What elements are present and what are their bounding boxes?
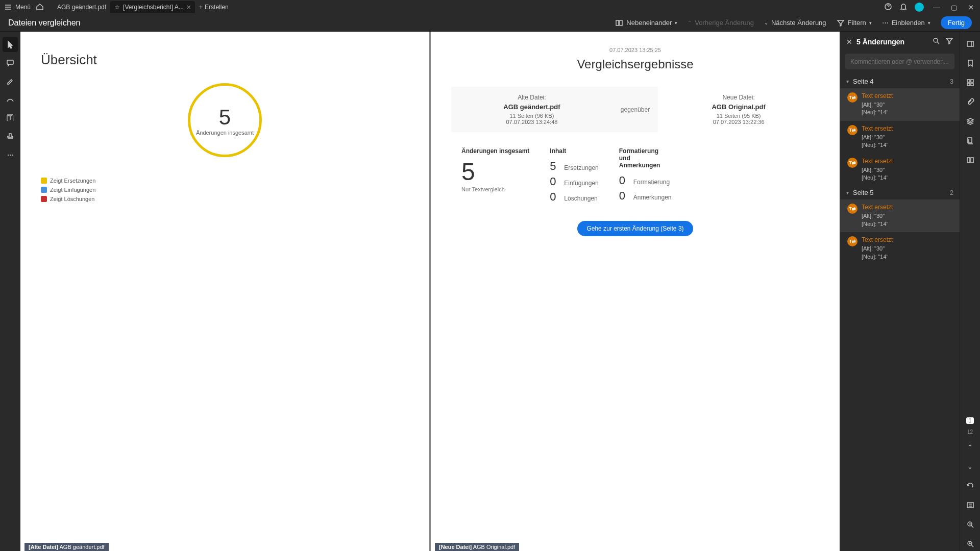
change-item[interactable]: T⇄ Text ersetzt [Alt]: "30" [Neu]: "14" <box>840 232 960 265</box>
replace-badge-icon: T⇄ <box>847 236 857 246</box>
left-toolbar: ⋯ <box>0 32 20 551</box>
new-document-pane[interactable]: 07.07.2023 13:25:25 Vergleichsergebnisse… <box>430 32 840 551</box>
stat-total: Änderungen insgesamt 5 Nur Textvergleich <box>461 147 529 206</box>
side-by-side-button[interactable]: Nebeneinander ▾ <box>615 19 677 27</box>
next-change-button[interactable]: ⌄ Nächste Änderung <box>764 19 826 27</box>
comment-input[interactable] <box>850 58 949 65</box>
home-button[interactable] <box>36 3 44 12</box>
done-button[interactable]: Fertig <box>941 16 972 29</box>
tab-document-2[interactable]: ☆ [Vergleichsbericht] A... × <box>110 1 195 13</box>
swatch-blue <box>41 187 47 193</box>
legend-insert: Zeigt Einfügungen <box>41 187 414 193</box>
prev-change-button[interactable]: ⌃ Vorherige Änderung <box>688 19 754 27</box>
tab-document-1[interactable]: AGB geändert.pdf <box>53 2 110 13</box>
panel-toggle-button[interactable] <box>963 37 977 51</box>
close-button[interactable]: ✕ <box>966 4 976 11</box>
help-button[interactable] <box>884 3 892 12</box>
svg-rect-7 <box>967 80 970 82</box>
search-button[interactable] <box>932 37 940 46</box>
zoom-in-icon <box>966 540 974 548</box>
pages-button[interactable] <box>963 134 977 148</box>
old-file-label: [Alte Datei] AGB geändert.pdf <box>24 543 109 551</box>
fit-icon <box>966 501 974 509</box>
chevron-up-icon: ⌃ <box>967 443 973 451</box>
page-down-button[interactable]: ⌄ <box>963 459 977 473</box>
minimize-button[interactable]: — <box>931 4 942 11</box>
star-icon: ☆ <box>114 4 120 11</box>
svg-rect-9 <box>967 83 970 86</box>
maximize-button[interactable]: ▢ <box>949 4 959 11</box>
tab-close-button[interactable]: × <box>187 3 191 11</box>
more-icon: ⋯ <box>7 151 14 159</box>
chevron-down-icon: ▾ <box>928 20 930 26</box>
change-item[interactable]: T⇄ Text ersetzt [Alt]: "30" [Neu]: "14" <box>840 199 960 232</box>
more-icon: ⋯ <box>882 19 889 27</box>
attachment-button[interactable] <box>963 95 977 109</box>
highlight-tool[interactable] <box>3 73 18 89</box>
select-tool[interactable] <box>3 37 18 52</box>
zoom-in-button[interactable] <box>963 537 977 551</box>
bookmark-icon <box>966 59 974 67</box>
menu-button[interactable]: Menü <box>4 3 31 11</box>
paperclip-icon <box>966 98 974 106</box>
more-tools[interactable]: ⋯ <box>3 147 18 162</box>
stamp-tool[interactable] <box>3 129 18 144</box>
section-page-4[interactable]: ▾ Seite 4 3 <box>840 74 960 88</box>
total-pages: 12 <box>967 429 973 435</box>
filter-button[interactable]: Filtern ▾ <box>837 19 872 27</box>
changes-panel: ✕ 5 Änderungen ▾ Seite 4 3 T⇄ Text erset… <box>840 32 960 551</box>
panel-close-button[interactable]: ✕ <box>846 38 852 46</box>
chevron-up-icon: ⌃ <box>688 20 692 26</box>
svg-rect-13 <box>971 158 973 163</box>
svg-rect-11 <box>968 138 972 143</box>
old-document-pane[interactable]: Übersicht 5 Änderungen insgesamt Zeigt E… <box>20 32 430 551</box>
tab-label: AGB geändert.pdf <box>57 4 106 11</box>
change-item[interactable]: T⇄ Text ersetzt [Alt]: "30" [Neu]: "14" <box>840 88 960 121</box>
replace-badge-icon: T⇄ <box>847 158 857 168</box>
changes-circle: 5 Änderungen insgesamt <box>188 83 262 157</box>
chevron-down-icon: ▾ <box>869 20 872 26</box>
fit-button[interactable] <box>963 498 977 512</box>
create-label: Erstellen <box>205 4 229 11</box>
bookmark-button[interactable] <box>963 56 977 70</box>
right-toolbar: 1 12 ⌃ ⌄ <box>960 32 980 551</box>
goto-first-change-button[interactable]: Gehe zur ersten Änderung (Seite 3) <box>577 221 693 236</box>
svg-rect-3 <box>7 60 13 64</box>
layers-button[interactable] <box>963 114 977 129</box>
results-timestamp: 07.07.2023 13:25:25 <box>451 47 819 53</box>
new-file-box: Neue Datei: AGB Original.pdf 11 Seiten (… <box>658 87 819 132</box>
rotate-button[interactable] <box>963 479 977 493</box>
comment-input-wrap[interactable] <box>845 54 954 69</box>
compare-button[interactable] <box>963 153 977 167</box>
filter-button[interactable] <box>945 37 953 46</box>
results-title: Vergleichsergebnisse <box>451 57 819 71</box>
svg-rect-1 <box>616 20 619 26</box>
notifications-button[interactable] <box>899 3 908 12</box>
compare-icon <box>966 156 974 164</box>
chevron-down-icon: ⌄ <box>967 463 973 470</box>
grid-icon <box>966 79 974 87</box>
section-page-5[interactable]: ▾ Seite 5 2 <box>840 186 960 199</box>
avatar[interactable] <box>915 3 924 12</box>
zoom-out-button[interactable] <box>963 517 977 532</box>
bell-icon <box>899 3 908 11</box>
draw-tool[interactable] <box>3 92 18 107</box>
svg-rect-12 <box>967 158 970 163</box>
svg-rect-14 <box>967 503 973 508</box>
total-changes-number: 5 <box>219 105 231 130</box>
svg-rect-10 <box>971 83 973 86</box>
show-hide-button[interactable]: ⋯ Einblenden ▾ <box>882 19 930 27</box>
old-file-box: Alte Datei: AGB geändert.pdf 11 Seiten (… <box>451 87 612 132</box>
comment-icon <box>6 59 14 67</box>
current-page[interactable]: 1 <box>966 417 974 424</box>
comment-tool[interactable] <box>3 55 18 70</box>
change-item[interactable]: T⇄ Text ersetzt [Alt]: "30" [Neu]: "14" <box>840 154 960 186</box>
thumbnails-button[interactable] <box>963 76 977 90</box>
vs-label: gegenüber <box>612 87 658 132</box>
new-tab-button[interactable]: + Erstellen <box>195 2 233 13</box>
pages-icon <box>966 137 974 145</box>
text-tool[interactable] <box>3 110 18 126</box>
page-up-button[interactable]: ⌃ <box>963 440 977 454</box>
change-item[interactable]: T⇄ Text ersetzt [Alt]: "30" [Neu]: "14" <box>840 121 960 154</box>
layers-icon <box>966 117 974 126</box>
